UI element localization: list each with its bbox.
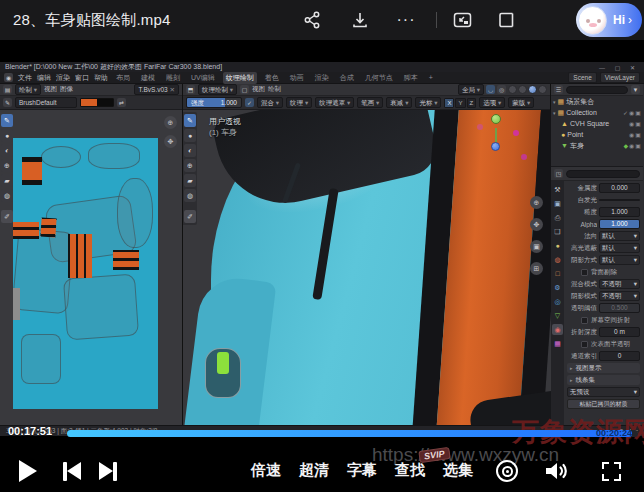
workspace-tab[interactable]: UV编辑	[188, 72, 218, 84]
eye-icon[interactable]: ◉	[629, 131, 634, 138]
emission-color-swatch[interactable]	[599, 199, 640, 201]
fill-tool[interactable]: ▰	[1, 174, 13, 187]
render-tab[interactable]: ▣	[552, 198, 563, 209]
wireframe-shading[interactable]	[508, 85, 517, 94]
zoom-icon[interactable]: ⊕	[164, 116, 177, 129]
workspace-tab[interactable]: 布局	[113, 72, 133, 84]
editor-type-icon[interactable]: ☰	[554, 85, 563, 94]
editor-type-icon[interactable]: ▤	[3, 85, 12, 94]
proportional-edit-icon[interactable]: ◎	[497, 85, 506, 94]
menu-edit[interactable]: 编辑	[37, 73, 51, 83]
menu-help[interactable]: 帮助	[94, 73, 108, 83]
gizmo-z-axis[interactable]	[491, 142, 500, 151]
viewport-canvas[interactable]: ⊕ ✥ ▣ ⊞ 用户透视 (1) 车身	[183, 110, 551, 435]
next-episode-button[interactable]	[94, 460, 122, 482]
outliner-scene-collection[interactable]: ▾▦ 场景集合	[551, 96, 643, 107]
alpha-slider[interactable]: 1.000	[599, 219, 640, 229]
more-icon[interactable]: ···	[394, 8, 418, 32]
metallic-value[interactable]: 0.000	[599, 183, 640, 193]
cursor-dropdown[interactable]: 光标 ▾	[415, 97, 441, 108]
video-frame[interactable]: Blender* [D:\000 New 工作\00 超好的效果图 FariFa…	[0, 40, 644, 492]
image-menu-view[interactable]: 视图	[44, 85, 57, 94]
filter-icon[interactable]: ▼	[631, 85, 640, 94]
object-tab[interactable]: □	[552, 268, 563, 279]
brush-icon[interactable]: ✎	[3, 98, 12, 107]
snap-magnet-icon[interactable]: ◡	[486, 85, 495, 94]
annotate-tool[interactable]: ✐	[184, 210, 196, 223]
preset-dropdown[interactable]: 无预设▾	[567, 387, 640, 397]
backface-checkbox[interactable]	[581, 269, 588, 276]
options-dropdown[interactable]: 选项 ▾	[479, 97, 505, 108]
workspace-add-tab[interactable]: +	[426, 73, 436, 82]
section-viewport-display[interactable]: ▸视图显示	[567, 363, 640, 373]
viewlayer-tab[interactable]: ❏	[552, 226, 563, 237]
workspace-tab[interactable]: 动画	[287, 72, 307, 84]
grid-toggle-icon[interactable]: ⊞	[530, 262, 543, 275]
brush-name-field[interactable]: BrushDefault	[15, 97, 77, 108]
solid-shading[interactable]	[518, 85, 527, 94]
section-line-art[interactable]: ▸线条集	[567, 375, 640, 385]
viewport-menu-view[interactable]: 视图	[252, 85, 265, 94]
material-shading-active[interactable]	[528, 85, 537, 94]
foreground-color[interactable]	[81, 99, 97, 106]
draw-tool[interactable]: ✎	[1, 114, 13, 127]
camera-view-icon[interactable]: ▣	[530, 240, 543, 253]
camera-icon[interactable]: ▣	[635, 109, 641, 116]
workspace-tab[interactable]: 渲染	[312, 72, 332, 84]
world-tab[interactable]: ◍	[552, 254, 563, 265]
active-texture-icon[interactable]: ▢	[240, 85, 249, 94]
shadow-mode-dropdown[interactable]: 不透明▾	[599, 291, 640, 301]
specular-dropdown[interactable]: 默认▾	[599, 243, 640, 253]
eye-icon[interactable]: ◉	[629, 109, 634, 116]
mirror-axis-toggles[interactable]: X Y Z	[444, 98, 476, 108]
mask-dropdown[interactable]: 蒙版 ▾	[508, 97, 534, 108]
eye-icon[interactable]: ◉	[629, 120, 634, 127]
checkbox-icon[interactable]: ✓	[623, 109, 628, 116]
mirror-x-toggle[interactable]: X	[444, 98, 454, 108]
draw-tool[interactable]: ✎	[184, 114, 196, 127]
editor-type-icon[interactable]: ◳	[554, 169, 563, 178]
outliner-item-light-square[interactable]: ▲ CVH Square ◉▣	[551, 118, 643, 129]
orientation-dropdown[interactable]: 全局 ▾	[458, 84, 484, 95]
texture-tab[interactable]: ▦	[552, 338, 563, 349]
window-controls[interactable]: — ▢ ✕	[599, 64, 639, 71]
mirror-z-toggle[interactable]: Z	[467, 98, 477, 108]
sss-checkbox[interactable]	[581, 341, 588, 348]
image-datablock[interactable]: T.BvS.v03 ✕	[134, 84, 179, 95]
mode-dropdown[interactable]: 纹理绘制 ▾	[198, 84, 237, 95]
download-icon[interactable]	[348, 8, 372, 32]
workspace-tab-active[interactable]: 纹理绘制	[223, 72, 257, 84]
mirror-y-toggle[interactable]: Y	[455, 98, 465, 108]
blender-logo-icon[interactable]: ◉	[4, 73, 13, 82]
image-menu-image[interactable]: 图像	[60, 85, 73, 94]
mini-window-icon[interactable]	[495, 8, 519, 32]
camera-icon[interactable]: ▣	[635, 120, 641, 127]
viewport-menu-paint[interactable]: 绘制	[268, 85, 281, 94]
menu-file[interactable]: 文件	[18, 73, 32, 83]
workspace-tab[interactable]: 几何节点	[362, 72, 396, 84]
workspace-tab[interactable]: 着色	[262, 72, 282, 84]
brush-strength-slider[interactable]: 强度1.000	[186, 97, 242, 108]
workspace-tab[interactable]: 建模	[138, 72, 158, 84]
paste-material-button[interactable]: 粘贴已拷贝的材质	[567, 399, 640, 409]
pressure-toggle-icon[interactable]: ✓	[245, 98, 254, 107]
clip-threshold-value[interactable]: 0.500	[599, 303, 640, 313]
fullscreen-icon[interactable]	[598, 458, 624, 484]
speed-button[interactable]: 倍速	[251, 461, 281, 480]
normal-dropdown[interactable]: 默认▾	[599, 231, 640, 241]
editor-type-icon[interactable]: ⬒	[186, 85, 195, 94]
pip-icon[interactable]	[450, 8, 474, 32]
outliner-item-point-light[interactable]: ● Point ◉▣	[551, 129, 643, 140]
gizmo-x-axis[interactable]	[477, 124, 483, 130]
gizmo-y-axis[interactable]	[491, 114, 501, 124]
workspace-tab[interactable]: 脚本	[401, 72, 421, 84]
camera-icon[interactable]: ▣	[635, 131, 641, 138]
assistant-pill[interactable]: Hi ›	[576, 3, 642, 37]
mask-tool[interactable]: ◍	[1, 189, 13, 202]
properties-search[interactable]	[566, 170, 640, 178]
uv-texture-image[interactable]	[13, 138, 158, 409]
rendered-shading[interactable]	[538, 85, 547, 94]
blend-mode-dropdown[interactable]: 不透明▾	[599, 279, 640, 289]
pan-hand-icon[interactable]: ✥	[530, 218, 543, 231]
tool-tab[interactable]: ⚒	[552, 184, 563, 195]
